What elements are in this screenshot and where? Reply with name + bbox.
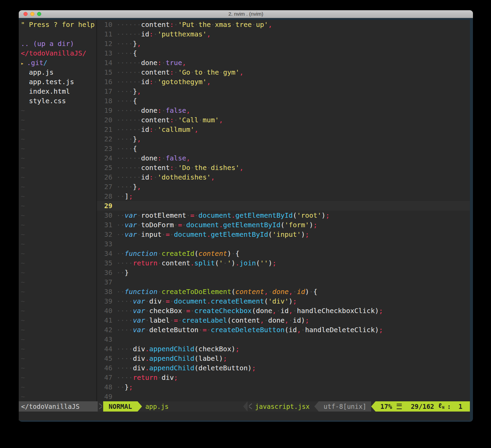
token: } (133, 183, 137, 191)
sidebar-row[interactable] (21, 29, 96, 39)
editor-line[interactable]: 34··function·createId(content)·{ (97, 249, 470, 258)
editor-line[interactable]: 11······id:·'putthexmas', (97, 29, 470, 39)
sidebar-label: " Press ? for help (21, 20, 95, 29)
token: 'Call (178, 116, 199, 124)
sidebar-row[interactable]: " Press ? for help (21, 20, 96, 29)
editor-line[interactable]: 40····var·checkBox·=·createCheckbox(done… (97, 306, 470, 315)
line-number: 34 (97, 249, 116, 258)
tilde-marker: ~ (21, 164, 25, 172)
editor-buffer[interactable]: 10······content:·'Put·the·xmas·tree·up',… (97, 20, 470, 401)
token: createElement (211, 297, 264, 305)
editor-line[interactable]: 22····}, (97, 134, 470, 144)
sidebar-row[interactable]: </todoVanillaJS/ (21, 48, 96, 58)
nerdtree-sidebar[interactable]: " Press ? for help.. (up a dir)</todoVan… (19, 20, 97, 401)
whitespace-dots: ···· (116, 135, 133, 143)
token: ( (281, 221, 285, 229)
editor-line[interactable]: 36··} (97, 268, 470, 277)
editor-line[interactable]: 16······id:·'gotothegym', (97, 77, 470, 87)
token: ; (293, 297, 297, 305)
sidebar-row[interactable]: app.test.js (21, 77, 96, 87)
empty-line-tilde: ~ (21, 163, 96, 172)
sidebar-row[interactable]: ▸ .git/ (21, 58, 96, 67)
editor-line[interactable]: 42····var·deleteButton·=·createDeleteBut… (97, 325, 470, 335)
sidebar-row[interactable]: .. (up a dir) (21, 39, 96, 48)
editor-line[interactable]: 20······content:·'Call·mum', (97, 115, 470, 125)
whitespace-dots: · (268, 288, 272, 296)
editor-line[interactable]: 30··var·rootElement·=·document.getElemen… (97, 211, 470, 220)
token: content (141, 116, 170, 124)
empty-line-tilde: ~ (21, 115, 96, 125)
code-text: ··var·rootElement·=·document.getElementB… (116, 211, 330, 220)
whitespace-dots: ······ (116, 30, 141, 38)
code-text: ····}, (116, 134, 141, 144)
whitespace-dots: · (190, 307, 194, 315)
token: false (166, 154, 186, 162)
editor-line[interactable]: 10······content:·'Put·the·xmas·tree·up', (97, 20, 470, 29)
close-button[interactable] (23, 12, 28, 16)
line-number: 31 (97, 220, 116, 230)
editor-line[interactable]: 32··var·input·=·document.getElementById(… (97, 230, 470, 239)
token: var (133, 307, 145, 315)
token: deleteButton (199, 364, 248, 372)
editor-line[interactable]: 39····var·div·=·document.createElement('… (97, 296, 470, 306)
editor-line[interactable]: 29 (97, 201, 470, 211)
editor-line[interactable]: 49 (97, 392, 470, 401)
code-text: ····var·label·=·createLabel(content,·don… (116, 315, 309, 325)
editor-line[interactable]: 37 (97, 277, 470, 287)
editor-line[interactable]: 19······done:·false, (97, 106, 470, 115)
editor-line[interactable]: 44····div.appendChild(checkBox); (97, 344, 470, 354)
token: { (313, 288, 317, 296)
editor-line[interactable]: 47····return·div; (97, 373, 470, 382)
editor-line[interactable]: 35····return·content.split('·').join('')… (97, 258, 470, 268)
zoom-button[interactable] (37, 12, 41, 16)
titlebar[interactable]: 2. nvim . (nvim) (19, 10, 473, 18)
editor-line[interactable]: 17····}, (97, 87, 470, 96)
whitespace-dots: ···· (116, 373, 133, 382)
token: : (149, 78, 153, 86)
sidebar-row[interactable]: index.html (21, 87, 96, 96)
sidebar-row[interactable]: app.js (21, 67, 96, 77)
empty-line-tilde: ~ (21, 153, 96, 163)
editor-line[interactable]: 26······id:·'dothedishes', (97, 172, 470, 182)
editor-line[interactable]: 12····}, (97, 39, 470, 48)
editor-line[interactable]: 21······id:·'callmum', (97, 125, 470, 134)
editor-line[interactable]: 13····{ (97, 48, 470, 58)
sidebar-row[interactable]: style.css (21, 96, 96, 106)
separator-colon: : (447, 401, 451, 412)
token: ' (219, 259, 223, 267)
token: . (219, 221, 223, 229)
whitespace-dots: · (157, 288, 161, 296)
token: done (268, 316, 285, 324)
line-number: 32 (97, 230, 116, 239)
token: dishes' (211, 164, 239, 172)
editor-line[interactable]: 23····{ (97, 144, 470, 153)
token: id (141, 125, 149, 134)
code-text: ······content:·'Go·to·the·gym', (116, 67, 243, 77)
line-number: 18 (97, 96, 116, 106)
code-text: ······done:·true, (116, 58, 186, 67)
editor-line[interactable]: 25······content:·'Do·the·dishes', (97, 163, 470, 172)
editor-line[interactable]: 15······content:·'Go·to·the·gym', (97, 67, 470, 77)
mode-indicator: NORMAL (103, 401, 138, 412)
sidebar-label: .. (up a dir) (21, 40, 74, 48)
editor-line[interactable]: 31··var·toDoForm·=·document.getElementBy… (97, 220, 470, 230)
command-line[interactable] (19, 412, 470, 420)
editor-line[interactable]: 38··function·createToDoElement(content,·… (97, 287, 470, 296)
editor-line[interactable]: 27····}, (97, 182, 470, 191)
editor-line[interactable]: 43 (97, 335, 470, 344)
editor-line[interactable]: 24······done:·false, (97, 153, 470, 163)
editor-line[interactable]: 14······done:·true, (97, 58, 470, 67)
token: ; (305, 316, 309, 324)
editor-line[interactable]: 28··]; (97, 191, 470, 201)
editor-line[interactable]: 46····div.appendChild(deleteButton); (97, 363, 470, 373)
token: id (289, 326, 297, 334)
code-text: ····}, (116, 39, 141, 48)
token: the (194, 164, 207, 172)
whitespace-dots: · (289, 316, 293, 324)
editor-line[interactable]: 33 (97, 239, 470, 249)
editor-line[interactable]: 41····var·label·=·createLabel(content,·d… (97, 315, 470, 325)
editor-line[interactable]: 45····div.appendChild(label); (97, 354, 470, 363)
minimize-button[interactable] (30, 12, 34, 16)
editor-line[interactable]: 18····{ (97, 96, 470, 106)
editor-line[interactable]: 48··}; (97, 382, 470, 392)
